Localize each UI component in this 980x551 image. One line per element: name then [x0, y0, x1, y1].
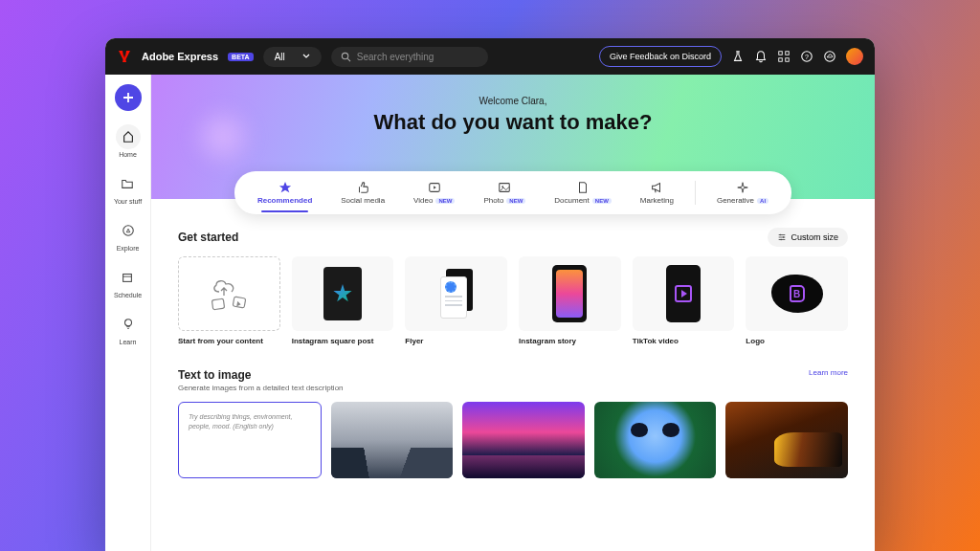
tab-document[interactable]: DocumentNEW: [543, 179, 622, 207]
sliders-icon: [777, 232, 787, 242]
card-label: Flyer: [405, 337, 507, 345]
sidebar-item-home[interactable]: Home: [116, 124, 141, 158]
search-icon: [341, 52, 351, 62]
card-label: Logo: [746, 337, 848, 345]
feedback-button[interactable]: Give Feedback on Discord: [599, 46, 722, 67]
tab-label: Social media: [341, 196, 385, 205]
tab-label: GenerativeAI: [717, 196, 768, 205]
svg-point-23: [781, 239, 783, 241]
sidebar-item-your-stuff[interactable]: Your stuff: [114, 171, 142, 205]
plus-icon: [122, 91, 135, 104]
sidebar-item-label: Your stuff: [114, 198, 142, 205]
sidebar-item-label: Schedule: [114, 292, 142, 298]
svg-point-21: [780, 234, 782, 236]
tab-generative[interactable]: GenerativeAI: [705, 179, 780, 207]
play-icon: [428, 181, 441, 194]
megaphone-icon: [650, 181, 663, 194]
category-tabs: Recommended Social media VideoNEW PhotoN…: [234, 171, 791, 214]
t2i-example-creature[interactable]: [594, 402, 717, 478]
learn-more-link[interactable]: Learn more: [809, 368, 848, 377]
filter-dropdown[interactable]: All: [263, 47, 322, 67]
t2i-prompt-card[interactable]: Try describing things, environment, peop…: [178, 402, 322, 478]
hero-banner: Welcome Clara, What do you want to make?…: [151, 75, 875, 199]
custom-size-button[interactable]: Custom size: [768, 228, 848, 247]
document-icon: [576, 181, 590, 194]
chevron-down-icon: [302, 53, 310, 60]
topbar: Adobe Express BETA All Give Feedback on …: [105, 38, 875, 75]
apps-icon[interactable]: [777, 50, 791, 63]
sidebar: Home Your stuff Explore Schedule Learn: [105, 75, 151, 551]
add-button[interactable]: [115, 84, 142, 111]
card-label: TikTok video: [633, 337, 735, 345]
svg-point-12: [124, 320, 131, 326]
svg-rect-5: [786, 58, 790, 62]
t2i-example-car[interactable]: [725, 402, 848, 478]
welcome-text: Welcome Clara,: [479, 96, 547, 106]
svg-rect-2: [779, 52, 783, 55]
filter-label: All: [275, 52, 285, 62]
sidebar-item-schedule[interactable]: Schedule: [114, 265, 142, 298]
avatar[interactable]: [846, 48, 863, 65]
tab-marketing[interactable]: Marketing: [629, 179, 685, 207]
brand-name: Adobe Express: [142, 51, 218, 62]
t2i-example-mountain[interactable]: [331, 402, 454, 478]
flask-icon[interactable]: [731, 50, 745, 63]
prompt-hint: Try describing things, environment, peop…: [189, 412, 311, 431]
card-label: Instagram square post: [292, 337, 394, 345]
help-icon[interactable]: ?: [800, 50, 813, 63]
upload-cloud-icon: [205, 275, 253, 313]
main-content: Welcome Clara, What do you want to make?…: [151, 75, 875, 551]
svg-text:?: ?: [805, 54, 809, 60]
sidebar-item-learn[interactable]: Learn: [116, 312, 141, 345]
sparkle-icon: [736, 181, 749, 194]
sidebar-item-label: Learn: [120, 339, 137, 345]
tab-label: VideoNEW: [413, 196, 455, 205]
folder-icon: [121, 177, 134, 190]
card-tiktok-video[interactable]: TikTok video: [633, 256, 735, 345]
sidebar-item-label: Home: [119, 151, 137, 158]
tab-photo[interactable]: PhotoNEW: [472, 179, 537, 207]
svg-rect-4: [779, 58, 783, 62]
tab-label: PhotoNEW: [483, 196, 525, 205]
tab-label: Recommended: [257, 196, 312, 205]
thumbs-up-icon: [356, 181, 369, 194]
svg-rect-24: [212, 298, 225, 310]
svg-point-0: [342, 53, 347, 58]
cloud-icon[interactable]: [823, 50, 836, 63]
star-icon: [278, 181, 292, 194]
tab-social-media[interactable]: Social media: [329, 179, 396, 207]
card-logo[interactable]: B Logo: [746, 256, 848, 345]
card-start-from-content[interactable]: Start from your content: [178, 256, 280, 345]
tab-video[interactable]: VideoNEW: [402, 179, 466, 207]
tab-label: DocumentNEW: [554, 196, 611, 205]
card-instagram-story[interactable]: Instagram story: [519, 256, 621, 345]
adobe-logo-icon: [117, 49, 132, 64]
svg-line-1: [347, 58, 350, 61]
image-icon: [498, 181, 511, 194]
search-input[interactable]: [357, 52, 479, 62]
beta-badge: BETA: [228, 53, 254, 61]
hero-title: What do you want to make?: [374, 110, 653, 135]
bell-icon[interactable]: [754, 50, 768, 63]
card-flyer[interactable]: Flyer: [405, 256, 507, 345]
card-label: Start from your content: [178, 337, 280, 345]
search-wrap[interactable]: [331, 47, 488, 67]
compass-icon: [122, 224, 135, 237]
svg-rect-10: [123, 275, 132, 282]
svg-point-8: [825, 52, 835, 62]
svg-rect-3: [786, 52, 790, 55]
sidebar-item-explore[interactable]: Explore: [116, 218, 141, 252]
lightbulb-icon: [122, 318, 135, 331]
svg-rect-25: [234, 297, 247, 308]
tab-recommended[interactable]: Recommended: [246, 179, 323, 207]
sidebar-item-label: Explore: [117, 245, 140, 252]
card-instagram-post[interactable]: Instagram square post: [292, 256, 394, 345]
get-started-title: Get started: [178, 231, 238, 244]
t2i-subtitle: Generate images from a detailed text des…: [178, 384, 344, 392]
tab-label: Marketing: [640, 196, 674, 205]
t2i-example-sunset[interactable]: [462, 402, 585, 478]
card-label: Instagram story: [519, 337, 621, 345]
home-icon: [122, 130, 135, 143]
svg-point-9: [122, 226, 133, 236]
svg-point-22: [783, 236, 785, 238]
